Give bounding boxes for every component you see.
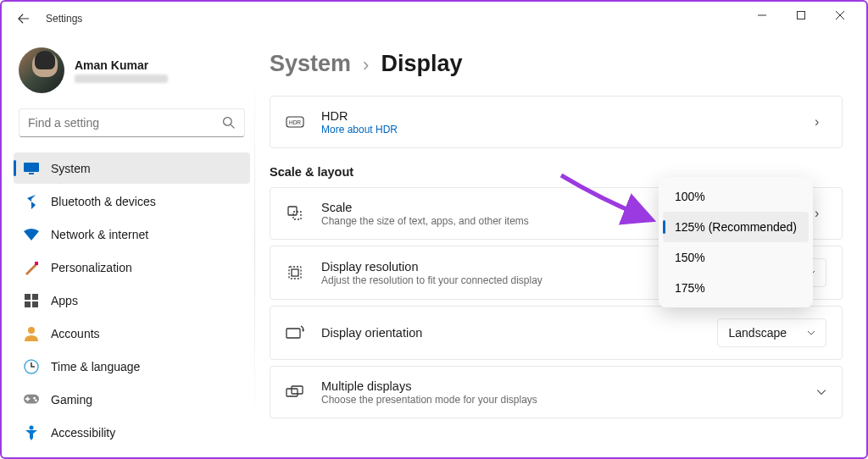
svg-rect-19 bbox=[292, 269, 298, 276]
sidebar-item-label: Network & internet bbox=[51, 228, 148, 241]
orientation-card[interactable]: Display orientation Landscape bbox=[270, 306, 843, 360]
sidebar-item-label: Accessibility bbox=[51, 426, 115, 440]
svg-rect-8 bbox=[32, 301, 38, 307]
resolution-icon bbox=[286, 264, 304, 281]
hdr-title: HDR bbox=[321, 109, 798, 123]
svg-point-12 bbox=[33, 396, 36, 399]
apps-icon bbox=[24, 293, 39, 308]
scale-option[interactable]: 125% (Recommended) bbox=[663, 212, 809, 242]
sidebar-item-label: System bbox=[51, 162, 91, 175]
sidebar-item-label: Personalization bbox=[51, 261, 132, 274]
hdr-link[interactable]: More about HDR bbox=[321, 124, 798, 135]
personalization-icon bbox=[24, 260, 39, 275]
sidebar-item-accessibility[interactable]: Accessibility bbox=[14, 417, 250, 448]
chevron-down-icon bbox=[816, 387, 826, 397]
scale-option[interactable]: 175% bbox=[663, 273, 809, 303]
sidebar-item-label: Apps bbox=[51, 294, 78, 307]
account-email-blurred bbox=[75, 75, 168, 83]
resolution-subtitle: Adjust the resolution to fit your connec… bbox=[321, 274, 648, 286]
bluetooth-icon bbox=[24, 194, 39, 209]
hdr-card[interactable]: HDR HDR More about HDR › bbox=[270, 96, 843, 148]
close-button[interactable] bbox=[821, 2, 860, 29]
multidisplay-card[interactable]: Multiple displays Choose the presentatio… bbox=[270, 366, 843, 418]
sidebar-item-bluetooth[interactable]: Bluetooth & devices bbox=[14, 185, 250, 217]
svg-rect-0 bbox=[798, 12, 805, 19]
account-name: Aman Kumar bbox=[75, 58, 168, 72]
svg-rect-18 bbox=[289, 267, 301, 279]
breadcrumb-parent[interactable]: System bbox=[270, 51, 351, 77]
resolution-title: Display resolution bbox=[321, 260, 648, 274]
svg-rect-2 bbox=[24, 163, 39, 172]
sidebar-item-label: Bluetooth & devices bbox=[51, 195, 156, 208]
chevron-right-icon: › bbox=[815, 206, 826, 221]
sidebar-item-accounts[interactable]: Accounts bbox=[14, 318, 250, 349]
svg-rect-3 bbox=[29, 173, 34, 174]
svg-rect-17 bbox=[288, 207, 297, 215]
system-icon bbox=[24, 161, 39, 176]
svg-point-14 bbox=[30, 425, 34, 429]
back-button[interactable] bbox=[12, 7, 36, 30]
chevron-right-icon: › bbox=[815, 114, 826, 130]
orientation-title: Display orientation bbox=[321, 326, 700, 340]
sidebar-item-system[interactable]: System bbox=[14, 152, 250, 184]
hdr-icon: HDR bbox=[286, 116, 304, 128]
sidebar: Aman Kumar SystemBluetooth & devicesNetw… bbox=[2, 36, 256, 457]
chevron-right-icon: › bbox=[363, 54, 369, 76]
sidebar-item-gaming[interactable]: Gaming bbox=[14, 384, 250, 415]
svg-rect-4 bbox=[35, 262, 38, 265]
svg-point-9 bbox=[28, 327, 35, 334]
scale-option[interactable]: 150% bbox=[663, 242, 809, 273]
search-input[interactable] bbox=[28, 116, 222, 130]
scale-subtitle: Change the size of text, apps, and other… bbox=[321, 215, 654, 227]
breadcrumb-current: Display bbox=[381, 51, 462, 77]
orientation-select[interactable]: Landscape bbox=[717, 318, 826, 347]
svg-rect-7 bbox=[25, 301, 31, 307]
accessibility-icon bbox=[24, 425, 39, 440]
window-title: Settings bbox=[46, 13, 82, 25]
multidisplay-icon bbox=[286, 384, 304, 400]
sidebar-item-label: Accounts bbox=[51, 327, 100, 340]
accounts-icon bbox=[24, 326, 39, 341]
scale-title: Scale bbox=[321, 201, 654, 214]
time-icon bbox=[24, 359, 39, 374]
svg-point-13 bbox=[35, 399, 37, 401]
sidebar-item-time[interactable]: Time & language bbox=[14, 351, 250, 382]
search-box[interactable] bbox=[19, 108, 245, 137]
sidebar-item-network[interactable]: Network & internet bbox=[14, 218, 250, 250]
multi-title: Multiple displays bbox=[321, 379, 799, 393]
sidebar-item-personalization[interactable]: Personalization bbox=[14, 252, 250, 283]
sidebar-item-label: Time & language bbox=[51, 360, 140, 373]
maximize-button[interactable] bbox=[782, 2, 821, 29]
multi-subtitle: Choose the presentation mode for your di… bbox=[321, 394, 799, 406]
sidebar-item-label: Gaming bbox=[51, 393, 92, 406]
svg-rect-5 bbox=[25, 294, 31, 300]
chevron-down-icon bbox=[807, 329, 815, 337]
sidebar-item-apps[interactable]: Apps bbox=[14, 285, 250, 316]
account-header[interactable]: Aman Kumar bbox=[14, 44, 250, 95]
scale-icon bbox=[286, 205, 304, 222]
minimize-button[interactable] bbox=[743, 2, 782, 29]
network-icon bbox=[24, 227, 39, 242]
orientation-icon bbox=[286, 325, 304, 340]
breadcrumb: System › Display bbox=[270, 51, 843, 77]
scale-option[interactable]: 100% bbox=[663, 181, 809, 212]
svg-point-1 bbox=[224, 118, 232, 126]
svg-text:HDR: HDR bbox=[289, 119, 301, 125]
svg-rect-20 bbox=[287, 329, 300, 338]
avatar bbox=[19, 47, 64, 93]
svg-rect-6 bbox=[32, 294, 38, 300]
gaming-icon bbox=[24, 392, 39, 407]
search-icon bbox=[222, 116, 236, 130]
scale-dropdown[interactable]: 100%125% (Recommended)150%175% bbox=[659, 177, 813, 307]
